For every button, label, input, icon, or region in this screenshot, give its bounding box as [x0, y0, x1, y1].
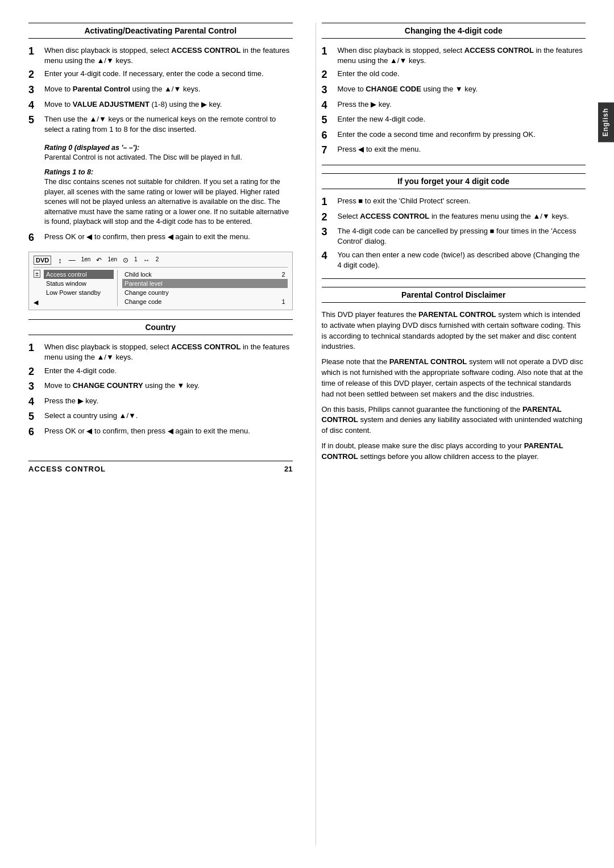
menu-back-icon: ◀ [34, 299, 40, 306]
forget-step-text-3: The 4-digit code can be cancelled by pre… [338, 226, 586, 247]
menu-time-1en: 1en [81, 256, 91, 264]
changecode-step-text-3: Move to CHANGE CODE using the ▼ key. [338, 84, 586, 94]
forget-step-text-2: Select ACCESS CONTROL in the features me… [338, 211, 586, 222]
forget-step-num-1: 1 [322, 196, 338, 208]
step-list-activating-cont: 6 Press OK or ◀ to confirm, then press ◀… [28, 232, 293, 244]
changecode-step-4: 4 Press the ▶ key. [322, 99, 586, 112]
changecode-step-text-4: Press the ▶ key. [338, 99, 586, 110]
menu-dvd-icon: DVD [34, 256, 51, 265]
country-step-num-1: 1 [28, 342, 44, 354]
changecode-step-num-1: 1 [322, 45, 338, 58]
menu-item-power: Low Power standby [44, 288, 114, 297]
menu-right-panel: Child lock 2 Parental level Change count… [122, 270, 287, 306]
step-text-2: Enter your 4-digit code. If necessary, e… [44, 69, 293, 79]
step-text-5: Then use the ▲/▼ keys or the numerical k… [44, 114, 293, 135]
step-list-changecode: 1 When disc playback is stopped, select … [322, 45, 586, 157]
country-step-text-3: Move to CHANGE COUNTRY using the ▼ key. [44, 381, 293, 391]
country-step-num-2: 2 [28, 366, 44, 378]
menu-top-bar: DVD ↕ — 1en ↶ 1en ⊙ 1 ↔ 2 [34, 256, 288, 268]
step-text-1: When disc playback is stopped, select AC… [44, 45, 293, 66]
country-step-num-3: 3 [28, 381, 44, 393]
country-step-1: 1 When disc playback is stopped, select … [28, 342, 293, 362]
forget-step-1: 1 Press ■ to exit the 'Child Protect' sc… [322, 196, 586, 208]
menu-item-access-control: Access control [44, 270, 114, 279]
menu-num-1: 1 [281, 298, 285, 305]
forget-step-num-2: 2 [322, 211, 338, 224]
step-list-forget: 1 Press ■ to exit the 'Child Protect' sc… [322, 196, 586, 270]
step-num-3: 3 [28, 84, 44, 97]
forget-step-3: 3 The 4-digit code can be cancelled by p… [322, 226, 586, 247]
menu-plus-icon: ± [34, 270, 40, 278]
country-step-text-4: Press the ▶ key. [44, 396, 293, 406]
divider-2 [322, 278, 586, 279]
menu-screenshot: DVD ↕ — 1en ↶ 1en ⊙ 1 ↔ 2 ± [28, 252, 293, 310]
main-content: Activating/Deactivating Parental Control… [11, 23, 603, 845]
step-6-activating: 6 Press OK or ◀ to confirm, then press ◀… [28, 232, 293, 244]
section-title-forget: If you forget your 4 digit code [322, 173, 586, 189]
changecode-step-text-1: When disc playback is stopped, select AC… [338, 45, 586, 66]
forget-step-num-4: 4 [322, 250, 338, 262]
menu-item-status: Status window [44, 279, 114, 288]
forget-step-4: 4 You can then enter a new code (twice!)… [322, 250, 586, 270]
left-column: Activating/Deactivating Parental Control… [28, 23, 298, 845]
changecode-step-2: 2 Enter the old code. [322, 69, 586, 81]
step-2-activating: 2 Enter your 4-digit code. If necessary,… [28, 69, 293, 81]
menu-time-1: 1 [134, 256, 138, 264]
menu-num-2: 2 [281, 271, 285, 278]
note-rating1to8: Ratings 1 to 8: The disc contains scenes… [44, 168, 293, 227]
changecode-step-num-5: 5 [322, 114, 338, 127]
disclaimer-para-1: This DVD player features the PARENTAL CO… [322, 310, 586, 352]
menu-item-childlock: Child lock 2 [122, 270, 287, 279]
changecode-step-7: 7 Press ◀ to exit the menu. [322, 144, 586, 157]
changecode-step-text-5: Enter the new 4-digit code. [338, 114, 586, 124]
right-column: Changing the 4-digit code 1 When disc pl… [316, 23, 586, 845]
disclaimer-para-3: On this basis, Philips cannot guarantee … [322, 404, 586, 437]
menu-top-icons: — 1en ↶ 1en ⊙ 1 ↔ 2 [69, 256, 159, 264]
step-num-5: 5 [28, 114, 44, 127]
changecode-step-num-7: 7 [322, 144, 338, 157]
footer-page: 21 [284, 465, 292, 473]
forget-step-text-1: Press ■ to exit the 'Child Protect' scre… [338, 196, 586, 206]
disclaimer-para-4: If in doubt, please make sure the disc p… [322, 441, 586, 462]
step-list-country: 1 When disc playback is stopped, select … [28, 342, 293, 438]
section-title-disclaimer: Parental Control Disclaimer [322, 287, 586, 303]
changecode-step-1: 1 When disc playback is stopped, select … [322, 45, 586, 66]
changecode-step-text-6: Enter the code a second time and reconfi… [338, 130, 586, 140]
menu-icon-curve: ↶ [96, 256, 102, 264]
menu-item-parentallevel: Parental level [122, 279, 287, 288]
country-step-num-4: 4 [28, 396, 44, 408]
forget-step-text-4: You can then enter a new code (twice!) a… [338, 250, 586, 270]
changecode-step-num-6: 6 [322, 130, 338, 142]
menu-body: ± ◀ Access control Status window Low Pow… [34, 270, 288, 306]
step-num-6: 6 [28, 232, 44, 244]
divider-1 [322, 165, 586, 165]
changecode-step-text-7: Press ◀ to exit the menu. [338, 144, 586, 155]
section-title-activating: Activating/Deactivating Parental Control [28, 23, 293, 39]
country-step-3: 3 Move to CHANGE COUNTRY using the ▼ key… [28, 381, 293, 393]
section-title-country: Country [28, 319, 293, 335]
footer-label: Access Control [28, 465, 106, 473]
section-title-changecode: Changing the 4-digit code [322, 23, 586, 39]
country-step-num-5: 5 [28, 411, 44, 423]
step-num-2: 2 [28, 69, 44, 81]
menu-time-2: 2 [156, 256, 159, 264]
changecode-step-3: 3 Move to CHANGE CODE using the ▼ key. [322, 84, 586, 97]
page: English Activating/Deactivating Parental… [0, 0, 614, 868]
step-text-6: Press OK or ◀ to confirm, then press ◀ a… [44, 232, 293, 242]
changecode-step-num-2: 2 [322, 69, 338, 81]
menu-arrow-icon: ↕ [58, 256, 62, 265]
menu-side-icons: ± ◀ [34, 270, 40, 306]
step-3-activating: 3 Move to Parental Control using the ▲/▼… [28, 84, 293, 97]
changecode-step-num-3: 3 [322, 84, 338, 97]
step-text-3: Move to Parental Control using the ▲/▼ k… [44, 84, 293, 94]
step-num-4: 4 [28, 99, 44, 112]
step-text-4: Move to VALUE ADJUSTMENT (1-8) using the… [44, 99, 293, 110]
disclaimer-para-2: Please note that the PARENTAL CONTROL sy… [322, 357, 586, 399]
changecode-step-5: 5 Enter the new 4-digit code. [322, 114, 586, 127]
menu-icon-circle: ⊙ [123, 256, 128, 264]
changecode-step-6: 6 Enter the code a second time and recon… [322, 130, 586, 142]
menu-item-changecode: Change code 1 [122, 297, 287, 306]
note-rating0: Rating 0 (displayed as '– –'): Parental … [44, 143, 293, 163]
country-step-text-6: Press OK or ◀ to confirm, then press ◀ a… [44, 426, 293, 436]
menu-icon-dash: — [69, 256, 76, 264]
